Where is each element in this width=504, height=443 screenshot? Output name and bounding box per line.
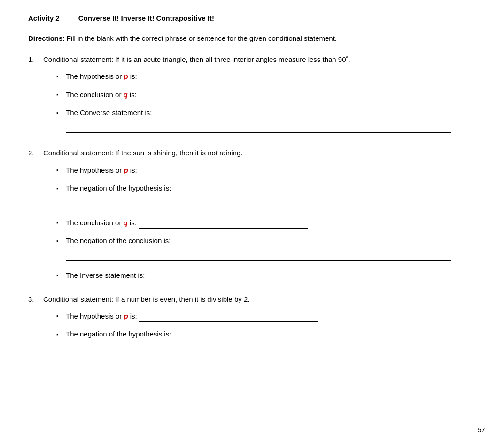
q1-converse-blank [66,121,451,133]
p-italic: p [124,72,128,80]
q3-neg-hypothesis-content: The negation of the hypothesis is: [66,328,476,356]
q2-conclusion: ▪ The conclusion or q is: [56,217,476,229]
question-3-block: 3. Conditional statement: If a number is… [28,294,476,357]
q1-conclusion: ▪ The conclusion or q is: [56,89,476,100]
q2-neg-hypothesis-content: The negation of the hypothesis is: [66,183,476,210]
question-1-header: 1. Conditional statement: If it is an ac… [28,54,476,65]
question-2-text: Conditional statement: If the sun is shi… [43,148,476,159]
q1-converse: ▪ The Converse statement is: [56,107,476,135]
q2-hypothesis-blank [139,164,318,176]
q3-neg-hypothesis-blank [66,343,451,354]
q1-hypothesis-content: The hypothesis or p is: [66,70,476,82]
bullet-icon: ▪ [56,217,61,228]
question-3-subitems: ▪ The hypothesis or p is: ▪ The negation… [56,310,476,356]
activity-header: Activity 2 Converse It! Inverse It! Cont… [28,14,476,22]
question-2-header: 2. Conditional statement: If the sun is … [28,148,476,159]
bullet-icon: ▪ [56,70,61,82]
q2-conclusion-blank [139,217,308,229]
q1-hypothesis-blank [139,70,318,82]
bullet-icon: ▪ [56,164,61,176]
q3-hypothesis-blank [139,310,318,322]
q2-inverse: ▪ The Inverse statement is: [56,269,476,281]
directions-label: Directions [28,34,62,42]
q1-converse-content: The Converse statement is: [66,107,476,135]
bullet-icon: ▪ [56,269,61,281]
q2-neg-conclusion-blank [66,249,451,261]
q-italic: q [124,219,128,227]
question-1-block: 1. Conditional statement: If it is an ac… [28,54,476,135]
bullet-icon: ▪ [56,183,61,194]
activity-number: Activity 2 [28,14,60,22]
q1-conclusion-blank [139,89,317,100]
question-1-number: 1. [28,54,38,65]
q2-neg-hypothesis: ▪ The negation of the hypothesis is: [56,183,476,210]
q2-hypothesis: ▪ The hypothesis or p is: [56,164,476,176]
q3-hypothesis-content: The hypothesis or p is: [66,310,476,322]
bullet-icon: ▪ [56,235,61,246]
q1-conclusion-content: The conclusion or q is: [66,89,476,100]
question-2-number: 2. [28,148,38,159]
bullet-icon: ▪ [56,310,61,321]
question-3-text: Conditional statement: If a number is ev… [43,294,476,305]
p-italic: p [124,312,128,320]
question-3-number: 3. [28,294,38,305]
page-number: 57 [477,426,485,434]
p-italic: p [124,166,128,174]
question-2-subitems: ▪ The hypothesis or p is: ▪ The negation… [56,164,476,281]
q1-hypothesis: ▪ The hypothesis or p is: [56,70,476,82]
q2-neg-conclusion: ▪ The negation of the conclusion is: [56,235,476,263]
q3-neg-hypothesis: ▪ The negation of the hypothesis is: [56,328,476,356]
q-italic: q [124,91,128,99]
question-1-subitems: ▪ The hypothesis or p is: ▪ The conclusi… [56,70,476,135]
question-1-text: Conditional statement: If it is an acute… [43,54,476,65]
activity-title: Converse It! Inverse It! Contrapositive … [78,14,214,22]
q3-hypothesis: ▪ The hypothesis or p is: [56,310,476,322]
directions-text: : Fill in the blank with the correct phr… [62,34,337,42]
bullet-icon: ▪ [56,89,61,100]
bullet-icon: ▪ [56,107,61,118]
q2-inverse-content: The Inverse statement is: [66,269,476,281]
directions: Directions: Fill in the blank with the c… [28,33,476,44]
q2-conclusion-content: The conclusion or q is: [66,217,476,229]
bullet-icon: ▪ [56,328,61,340]
q2-inverse-blank [147,269,349,281]
question-3-header: 3. Conditional statement: If a number is… [28,294,476,305]
q2-neg-hypothesis-blank [66,197,451,208]
q2-hypothesis-content: The hypothesis or p is: [66,164,476,176]
question-2-block: 2. Conditional statement: If the sun is … [28,148,476,281]
q2-neg-conclusion-content: The negation of the conclusion is: [66,235,476,263]
